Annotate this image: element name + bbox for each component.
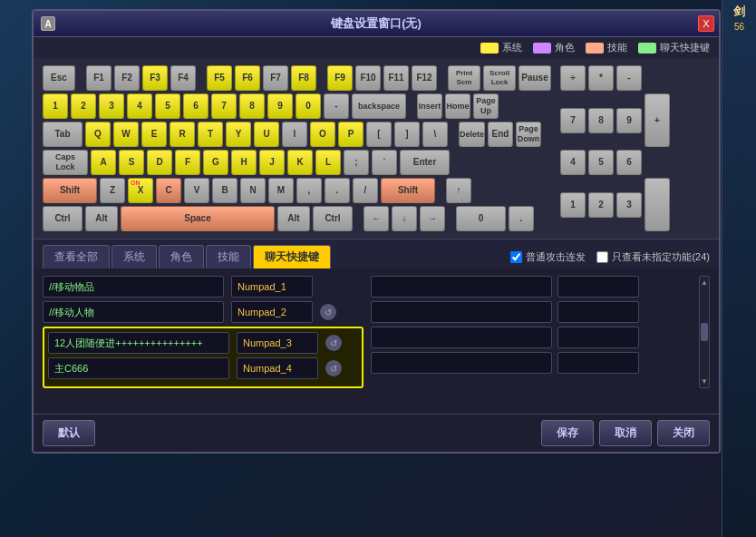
shortcut-refresh-icon-2[interactable]: ↺ [320,304,336,320]
key-num-3[interactable]: 3 [616,192,642,218]
key-t[interactable]: T [198,122,223,147]
key-esc[interactable]: Esc [43,65,75,91]
key-enter[interactable]: Enter [400,150,450,175]
key-f[interactable]: F [175,150,200,175]
key-s[interactable]: S [119,150,144,175]
shortcut-key-2[interactable] [231,301,313,323]
key-p[interactable]: P [338,122,363,147]
key-num-1[interactable]: 1 [560,192,586,218]
auto-attack-option[interactable]: 普通攻击连发 [510,250,586,264]
key-delete[interactable]: Delete [459,122,485,147]
key-r[interactable]: R [170,122,195,147]
key-l[interactable]: L [315,150,341,175]
key-b[interactable]: B [212,178,237,203]
key-8[interactable]: 8 [239,93,265,119]
key-e[interactable]: E [141,122,167,147]
key-scrolllock[interactable]: ScrollLock [483,65,516,91]
key-d[interactable]: D [147,150,172,175]
shortcut-right-action-2[interactable] [371,301,552,323]
shortcut-right-action-4[interactable] [371,352,552,374]
key-7[interactable]: 7 [211,93,237,119]
close-bottom-button[interactable]: 关闭 [657,420,710,446]
key-9[interactable]: 9 [267,93,293,119]
key-w[interactable]: W [113,122,139,147]
key-j[interactable]: J [259,150,285,175]
key-f1[interactable]: F1 [86,65,111,91]
key-backtick[interactable]: ` [372,150,397,175]
shortcut-right-key-3[interactable] [557,327,639,348]
unassigned-checkbox[interactable] [596,251,608,263]
close-button[interactable]: X [698,15,714,32]
key-arrow-left[interactable]: ← [363,206,389,231]
key-backslash[interactable]: \ [422,122,448,147]
key-num-add[interactable]: + [645,93,670,147]
shortcut-refresh-icon-4[interactable]: ↺ [325,360,342,376]
tab-view-all[interactable]: 查看全部 [43,245,110,268]
key-numpad-dot[interactable]: . [509,206,534,231]
tab-skill[interactable]: 技能 [206,245,251,268]
key-alt-left[interactable]: Alt [85,206,118,231]
key-num-sub[interactable]: - [616,65,642,91]
key-4[interactable]: 4 [127,93,152,119]
key-k[interactable]: K [287,150,313,175]
shortcut-right-action-1[interactable] [371,276,552,298]
key-slash[interactable]: / [353,178,378,203]
key-h[interactable]: H [231,150,257,175]
shortcut-key-3[interactable] [237,332,318,354]
scroll-up-arrow[interactable]: ▲ [701,278,708,287]
default-button[interactable]: 默认 [43,420,95,446]
key-x[interactable]: XON [128,178,153,203]
key-ctrl-right[interactable]: Ctrl [313,206,353,231]
key-num-6[interactable]: 6 [616,150,642,175]
auto-attack-checkbox[interactable] [510,251,522,263]
key-6[interactable]: 6 [183,93,208,119]
key-num-2[interactable]: 2 [588,192,614,218]
save-button[interactable]: 保存 [541,420,594,446]
key-num-5[interactable]: 5 [588,150,614,175]
key-c[interactable]: C [156,178,181,203]
shortcut-action-4[interactable] [48,357,229,379]
key-z[interactable]: Z [100,178,125,203]
key-q[interactable]: Q [85,122,111,147]
scrollbar[interactable]: ▲ ▼ [699,276,710,388]
key-pageup[interactable]: PageUp [473,93,499,119]
key-v[interactable]: V [184,178,209,203]
scroll-down-arrow[interactable]: ▼ [701,377,708,386]
key-2[interactable]: 2 [71,93,96,119]
key-tab[interactable]: Tab [43,122,82,147]
key-f5[interactable]: F5 [207,65,232,91]
key-space[interactable]: Space [121,206,275,231]
key-f12[interactable]: F12 [412,65,437,91]
key-f8[interactable]: F8 [291,65,316,91]
key-f10[interactable]: F10 [355,65,381,91]
tab-system[interactable]: 系统 [111,245,157,268]
key-arrow-up[interactable]: ↑ [446,178,471,203]
shortcut-right-action-3[interactable] [371,327,552,348]
key-num-8[interactable]: 8 [588,108,614,133]
key-m[interactable]: M [268,178,294,203]
tab-role[interactable]: 角色 [159,245,204,268]
key-num-enter[interactable] [645,178,670,231]
key-ctrl-left[interactable]: Ctrl [43,206,82,231]
key-f11[interactable]: F11 [383,65,409,91]
key-semicolon[interactable]: ; [344,150,369,175]
key-insert[interactable]: Insert [417,93,442,119]
key-printscm[interactable]: PrintScm [448,65,480,91]
key-f7[interactable]: F7 [263,65,288,91]
key-num-4[interactable]: 4 [560,150,586,175]
key-i[interactable]: I [282,122,307,147]
key-home[interactable]: Home [445,93,470,119]
key-period[interactable]: . [325,178,350,203]
key-5[interactable]: 5 [155,93,180,119]
key-shift-left[interactable]: Shift [43,178,97,203]
shortcut-right-key-2[interactable] [557,301,639,323]
key-n[interactable]: N [240,178,266,203]
key-shift-right[interactable]: Shift [381,178,435,203]
key-num-9[interactable]: 9 [616,108,642,133]
key-arrow-right[interactable]: → [420,206,445,231]
shortcut-refresh-icon-3[interactable]: ↺ [325,335,342,351]
key-o[interactable]: O [310,122,335,147]
shortcut-action-2[interactable] [43,301,224,323]
cancel-button[interactable]: 取消 [599,420,652,446]
shortcut-right-key-4[interactable] [557,352,639,374]
